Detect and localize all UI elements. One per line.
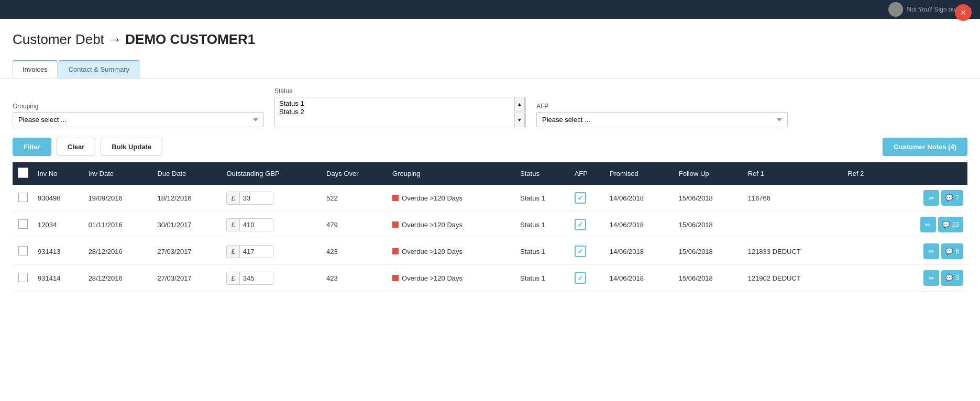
cell-actions-2: ✏ 💬 6 [884, 238, 967, 265]
cell-inv-no-3: 931414 [34, 265, 84, 292]
bulk-update-button[interactable]: Bulk Update [101, 138, 162, 156]
cell-outstanding-0: £ 33 [222, 185, 322, 211]
status-select[interactable]: Status 1 Status 2 [274, 97, 526, 127]
cell-afp-1: ✓ [570, 211, 605, 238]
cell-due-date-0: 18/12/2016 [153, 185, 223, 211]
tab-contact-summary[interactable]: Contact & Summary [59, 60, 139, 79]
col-outstanding-gbp: Outstanding GBP [222, 162, 322, 185]
action-buttons-1: ✏ 💬 10 [888, 217, 963, 232]
row-checkbox-cell [13, 211, 34, 238]
status-scroll-buttons: ▲ ▼ [514, 97, 525, 127]
close-button[interactable]: × [955, 4, 972, 21]
grouping-status-0: Overdue >120 Days [392, 194, 512, 202]
filter-section: Grouping Please select ... Status Status… [0, 79, 980, 127]
afp-checked-0[interactable]: ✓ [575, 192, 586, 204]
table-row: 12034 01/11/2016 30/01/2017 £ 410 479 Ov… [13, 211, 967, 238]
gbp-value-3: 345 [240, 272, 258, 284]
cell-ref2-1 [843, 211, 884, 238]
action-buttons-2: ✏ 💬 6 [888, 243, 963, 259]
afp-select[interactable]: Please select ... [536, 112, 788, 127]
cell-promised-2: 14/06/2018 [605, 238, 675, 265]
afp-checked-2[interactable]: ✓ [575, 246, 586, 257]
cell-inv-date-0: 19/09/2016 [84, 185, 153, 211]
gbp-value-2: 417 [240, 246, 258, 258]
comment-count-1: 10 [952, 221, 959, 228]
cell-status-2: Status 1 [516, 238, 570, 265]
row-checkbox-2[interactable] [18, 246, 28, 255]
cell-follow-up-0: 15/06/2018 [675, 185, 744, 211]
filter-button[interactable]: Filter [13, 138, 51, 156]
cell-inv-date-2: 28/12/2016 [84, 238, 153, 265]
cell-grouping-3: Overdue >120 Days [388, 265, 516, 292]
gbp-value-0: 33 [240, 192, 254, 204]
cell-outstanding-3: £ 345 [222, 265, 322, 292]
cell-days-over-2: 423 [322, 238, 388, 265]
select-all-checkbox[interactable] [18, 168, 28, 178]
action-buttons-3: ✏ 💬 3 [888, 270, 963, 286]
comment-button-2[interactable]: 💬 6 [941, 243, 963, 259]
cell-promised-1: 14/06/2018 [605, 211, 675, 238]
gbp-input-wrapper-3: £ 345 [226, 272, 273, 285]
status-scroll-up[interactable]: ▲ [514, 97, 525, 112]
cell-grouping-1: Overdue >120 Days [388, 211, 516, 238]
grouping-label-1: Overdue >120 Days [402, 221, 463, 229]
cell-inv-no-1: 12034 [34, 211, 84, 238]
grouping-label-0: Overdue >120 Days [402, 194, 463, 202]
comment-button-1[interactable]: 💬 10 [938, 217, 963, 232]
comment-icon-2: 💬 [945, 248, 953, 255]
col-days-over: Days Over [322, 162, 388, 185]
gbp-value-1: 410 [240, 219, 258, 231]
cell-days-over-0: 522 [322, 185, 388, 211]
comment-button-0[interactable]: 💬 7 [941, 190, 963, 206]
afp-checked-3[interactable]: ✓ [575, 272, 586, 284]
comment-button-3[interactable]: 💬 3 [941, 270, 963, 286]
tab-invoices[interactable]: Invoices [13, 60, 58, 79]
cell-due-date-3: 27/03/2017 [153, 265, 223, 292]
cell-ref2-2 [843, 238, 884, 265]
status-scroll-down[interactable]: ▼ [514, 113, 525, 127]
cell-follow-up-1: 15/06/2018 [675, 211, 744, 238]
edit-button-1[interactable]: ✏ [920, 217, 936, 232]
cell-ref2-3 [843, 265, 884, 292]
table-body: 930498 19/09/2016 18/12/2016 £ 33 522 Ov… [13, 185, 967, 292]
row-checkbox-0[interactable] [18, 193, 28, 202]
cell-afp-2: ✓ [570, 238, 605, 265]
gbp-input-wrapper-2: £ 417 [226, 245, 273, 258]
customer-notes-button[interactable]: Customer Notes (4) [883, 138, 967, 156]
clear-button[interactable]: Clear [57, 138, 96, 156]
col-afp: AFP [570, 162, 605, 185]
cell-due-date-2: 27/03/2017 [153, 238, 223, 265]
row-checkbox-cell [13, 238, 34, 265]
edit-button-3[interactable]: ✏ [923, 270, 939, 286]
status-option-2[interactable]: Status 2 [279, 108, 511, 116]
grouping-select[interactable]: Please select ... [13, 112, 264, 127]
table-row: 931413 28/12/2016 27/03/2017 £ 417 423 O… [13, 238, 967, 265]
action-buttons-0: ✏ 💬 7 [888, 190, 963, 206]
comment-count-3: 3 [955, 274, 959, 282]
filter-row: Grouping Please select ... Status Status… [13, 87, 967, 127]
table-row: 931414 28/12/2016 27/03/2017 £ 345 423 O… [13, 265, 967, 292]
status-option-1[interactable]: Status 1 [279, 99, 511, 108]
row-checkbox-cell [13, 265, 34, 292]
col-inv-date: Inv Date [84, 162, 153, 185]
cell-promised-3: 14/06/2018 [605, 265, 675, 292]
afp-checked-1[interactable]: ✓ [575, 219, 586, 230]
comment-count-0: 7 [955, 194, 959, 202]
col-inv-no: Inv No [34, 162, 84, 185]
gbp-symbol-2: £ [227, 246, 239, 258]
cell-ref1-2: 121833 DEDUCT [744, 238, 844, 265]
edit-button-0[interactable]: ✏ [923, 190, 939, 206]
edit-button-2[interactable]: ✏ [923, 243, 939, 259]
col-checkbox [13, 162, 34, 185]
invoices-table: Inv No Inv Date Due Date Outstanding GBP… [13, 162, 967, 292]
row-checkbox-1[interactable] [18, 219, 28, 229]
grouping-label: Grouping [13, 103, 264, 110]
row-checkbox-3[interactable] [18, 273, 28, 282]
cell-afp-0: ✓ [570, 185, 605, 211]
status-red-indicator-0 [392, 195, 399, 201]
cell-ref1-0: 116766 [744, 185, 844, 211]
cell-grouping-2: Overdue >120 Days [388, 238, 516, 265]
cell-due-date-1: 30/01/2017 [153, 211, 223, 238]
grouping-status-1: Overdue >120 Days [392, 221, 512, 229]
status-label: Status [274, 87, 526, 95]
